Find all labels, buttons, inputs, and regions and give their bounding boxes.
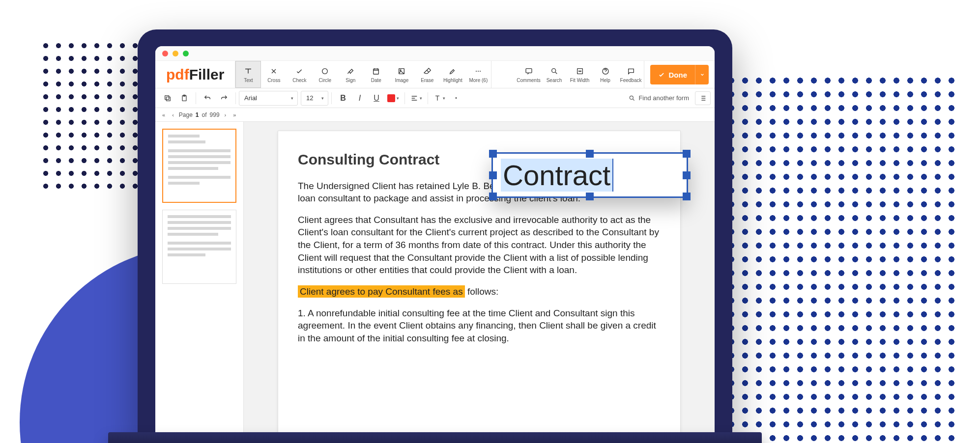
page-total: 999: [210, 111, 220, 118]
circle-icon: [321, 66, 329, 77]
resize-handle-t[interactable]: [586, 150, 594, 158]
caret-down-icon: ▾: [443, 96, 445, 101]
next-page-button[interactable]: ›: [223, 112, 229, 118]
window-minimize-icon[interactable]: [173, 51, 178, 56]
window-close-icon[interactable]: [162, 51, 168, 56]
tool-circle[interactable]: Circle: [312, 61, 338, 88]
text-edit-content[interactable]: Contract: [501, 159, 613, 192]
done-button-group: Done: [650, 65, 709, 84]
text-style-button[interactable]: ▾: [431, 91, 448, 106]
tool-more[interactable]: More (6): [465, 61, 491, 88]
svg-point-0: [322, 69, 328, 74]
tool-group-main: Text Cross Check Circle: [235, 61, 491, 88]
tool-comments[interactable]: Comments: [516, 61, 542, 88]
page-navigator: « ‹ Page 1 of 999 › »: [155, 108, 715, 122]
sign-icon: [346, 66, 354, 77]
format-toolbar: Arial ▾ 12 ▾ B I U ▾ ▾ ▾ •: [155, 88, 715, 108]
last-page-button[interactable]: »: [231, 112, 238, 118]
underline-icon: U: [374, 94, 379, 103]
laptop-base: [108, 432, 762, 443]
resize-handle-bl[interactable]: [489, 193, 497, 200]
font-size-select[interactable]: 12 ▾: [301, 91, 328, 106]
bold-button[interactable]: B: [335, 91, 351, 106]
bold-icon: B: [340, 94, 346, 103]
feedback-icon: [627, 66, 635, 77]
fit-width-icon: [576, 66, 584, 77]
paste-icon: [180, 94, 188, 102]
paste-button[interactable]: [176, 91, 193, 106]
resize-handle-tr[interactable]: [683, 150, 691, 158]
svg-rect-12: [165, 95, 169, 99]
document-paragraph: Client agrees to pay Consultant fees as …: [298, 285, 661, 298]
logo-prefix: pdf: [166, 66, 189, 83]
first-page-button[interactable]: «: [160, 112, 167, 118]
redo-button[interactable]: [216, 91, 232, 106]
tool-highlight[interactable]: Highlight: [440, 61, 465, 88]
resize-handle-b[interactable]: [586, 193, 594, 200]
redo-icon: [220, 94, 228, 102]
underline-button[interactable]: U: [368, 91, 385, 106]
italic-icon: I: [359, 94, 361, 103]
resize-handle-r[interactable]: [683, 171, 691, 179]
svg-rect-11: [166, 97, 170, 101]
tool-cross[interactable]: Cross: [261, 61, 287, 88]
caret-down-icon: ▾: [420, 96, 422, 101]
text-color-button[interactable]: ▾: [385, 91, 402, 106]
tool-image[interactable]: Image: [389, 61, 414, 88]
dot-icon: •: [455, 95, 457, 101]
thumbnail-1[interactable]: [162, 129, 236, 203]
tool-fit-width[interactable]: Fit Width: [567, 61, 593, 88]
undo-button[interactable]: [199, 91, 216, 106]
tool-text[interactable]: Text: [235, 61, 261, 88]
image-icon: [398, 66, 405, 77]
chevron-down-icon: [700, 72, 705, 77]
copy-button[interactable]: [159, 91, 176, 106]
text-tool-icon: [244, 66, 253, 77]
tool-date[interactable]: Date: [363, 61, 389, 88]
page-current: 1: [196, 111, 199, 118]
svg-rect-1: [374, 69, 379, 74]
window-zoom-icon[interactable]: [183, 51, 189, 56]
logo-suffix: Filler: [189, 66, 225, 83]
font-select[interactable]: Arial ▾: [239, 91, 298, 106]
panel-toggle-button[interactable]: [695, 91, 711, 105]
document-paragraph: Client agrees that Consultant has the ex…: [298, 214, 661, 277]
tool-erase[interactable]: Erase: [414, 61, 440, 88]
resize-handle-tl[interactable]: [489, 150, 497, 158]
list-icon: [699, 94, 707, 102]
laptop-frame: pdfFiller Text Cross Check: [138, 29, 732, 442]
copy-icon: [164, 94, 172, 102]
document-paragraph: 1. A nonrefundable initial consulting fe…: [298, 307, 661, 345]
check-icon: [295, 66, 303, 77]
find-another-form[interactable]: Find another form: [629, 94, 689, 102]
thumbnail-panel: [155, 122, 244, 442]
thumbnail-2[interactable]: [162, 210, 236, 284]
prev-page-button[interactable]: ‹: [170, 112, 176, 118]
erase-icon: [423, 66, 431, 77]
tool-search[interactable]: Search: [542, 61, 567, 88]
app-logo: pdfFiller: [155, 61, 235, 88]
more-format-button[interactable]: •: [448, 91, 464, 106]
highlight-icon: [449, 66, 457, 77]
done-dropdown[interactable]: [695, 65, 709, 84]
more-icon: [474, 66, 482, 77]
done-button[interactable]: Done: [650, 65, 695, 84]
color-swatch-icon: [387, 94, 395, 102]
tool-feedback[interactable]: Feedback: [618, 61, 644, 88]
undo-icon: [203, 94, 211, 102]
text-edit-box[interactable]: Contract: [491, 152, 688, 198]
tool-sign[interactable]: Sign: [338, 61, 363, 88]
tool-check[interactable]: Check: [287, 61, 312, 88]
caret-down-icon: ▾: [291, 96, 293, 101]
calendar-icon: [372, 66, 380, 77]
svg-point-6: [480, 71, 481, 72]
comments-icon: [525, 66, 533, 77]
tool-help[interactable]: Help: [593, 61, 618, 88]
align-button[interactable]: ▾: [408, 91, 425, 106]
resize-handle-br[interactable]: [683, 193, 691, 200]
caret-down-icon: ▾: [397, 96, 399, 101]
page-label-prefix: Page: [179, 111, 193, 118]
tool-group-right: Comments Search Fit Width Help: [516, 61, 644, 88]
italic-button[interactable]: I: [351, 91, 368, 106]
resize-handle-l[interactable]: [489, 171, 497, 179]
